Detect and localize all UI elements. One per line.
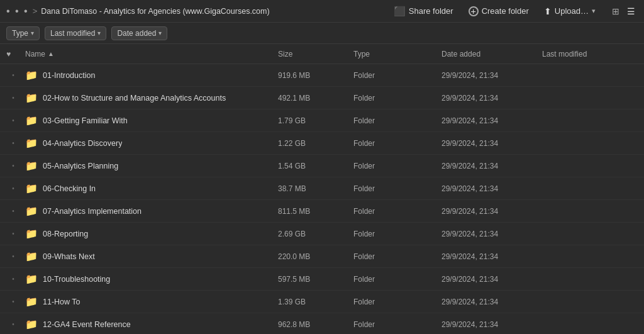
- share-folder-button[interactable]: ⬛ Share folder: [389, 3, 458, 19]
- file-size: 919.6 MB: [275, 71, 351, 80]
- favorite-dot[interactable]: •: [4, 117, 23, 124]
- favorite-dot[interactable]: •: [4, 208, 23, 214]
- share-folder-label: Share folder: [409, 6, 453, 16]
- table-row[interactable]: •📁02-How to Structure and Manage Analyti…: [0, 87, 644, 109]
- date-added-filter-label: Date added: [117, 29, 156, 38]
- view-toggle: ⊞ ☰: [609, 5, 638, 18]
- table-row[interactable]: •📁12-GA4 Event Reference962.8 MBFolder29…: [0, 313, 644, 334]
- upload-label: Upload…: [555, 6, 589, 16]
- date-added: 29/9/2024, 21:34: [439, 116, 540, 125]
- file-name-cell: 📁05-Analytics Planning: [23, 160, 275, 172]
- file-name: 04-Analytics Discovery: [43, 139, 122, 148]
- table-row[interactable]: •📁05-Analytics Planning1.54 GBFolder29/9…: [0, 155, 644, 177]
- table-row[interactable]: •📁03-Getting Familiar With1.79 GBFolder2…: [0, 109, 644, 132]
- file-name: 10-Troubleshooting: [43, 275, 110, 284]
- thumbnail-view-button[interactable]: ⊞: [609, 5, 622, 18]
- file-name: 08-Reporting: [43, 230, 88, 238]
- folder-icon: 📁: [25, 273, 38, 285]
- table-row[interactable]: •📁08-Reporting2.69 GBFolder29/9/2024, 21…: [0, 223, 644, 245]
- table-header: ♥ Name ▲ Size Type Date added Last modif…: [0, 44, 644, 64]
- file-name: 05-Analytics Planning: [43, 162, 118, 170]
- favorite-dot[interactable]: •: [4, 276, 23, 282]
- favorite-dot[interactable]: •: [4, 162, 23, 169]
- file-type: Folder: [351, 184, 439, 193]
- file-type: Folder: [351, 162, 439, 170]
- file-name-cell: 📁09-Whats Next: [23, 250, 275, 262]
- share-folder-icon: ⬛: [394, 6, 406, 17]
- file-name: 09-Whats Next: [43, 252, 95, 261]
- date-added-caret-icon: ▾: [158, 30, 162, 36]
- folder-icon: 📁: [25, 228, 38, 240]
- folder-icon: 📁: [25, 114, 38, 126]
- folder-icon: 📁: [25, 69, 38, 81]
- table-row[interactable]: •📁04-Analytics Discovery1.22 GBFolder29/…: [0, 132, 644, 155]
- file-name-cell: 📁04-Analytics Discovery: [23, 137, 275, 149]
- date-added: 29/9/2024, 21:34: [439, 230, 540, 238]
- file-name-cell: 📁12-GA4 Event Reference: [23, 318, 275, 330]
- type-filter-button[interactable]: Type ▾: [6, 26, 40, 40]
- favorite-dot[interactable]: •: [4, 185, 23, 192]
- date-added: 29/9/2024, 21:34: [439, 320, 540, 329]
- folder-icon: 📁: [25, 182, 38, 194]
- table-row[interactable]: •📁11-How To1.39 GBFolder29/9/2024, 21:34: [0, 291, 644, 313]
- file-name: 01-Introduction: [43, 71, 95, 80]
- last-modified-header[interactable]: Last modified: [540, 50, 640, 58]
- name-sort-icon: ▲: [48, 50, 54, 57]
- table-row[interactable]: •📁09-Whats Next220.0 MBFolder29/9/2024, …: [0, 245, 644, 268]
- file-size: 597.5 MB: [275, 275, 351, 284]
- file-size: 1.54 GB: [275, 162, 351, 170]
- table-row[interactable]: •📁07-Analytics Implementation811.5 MBFol…: [0, 200, 644, 223]
- file-size: 220.0 MB: [275, 252, 351, 261]
- date-added: 29/9/2024, 21:34: [439, 298, 540, 306]
- file-name-cell: 📁03-Getting Familiar With: [23, 114, 275, 126]
- folder-icon: 📁: [25, 296, 38, 308]
- file-size: 811.5 MB: [275, 207, 351, 216]
- folder-icon: 📁: [25, 137, 38, 149]
- file-size: 38.7 MB: [275, 184, 351, 193]
- file-name-cell: 📁11-How To: [23, 296, 275, 308]
- file-name-cell: 📁08-Reporting: [23, 228, 275, 240]
- last-modified-filter-button[interactable]: Last modified ▾: [45, 26, 106, 40]
- date-added: 29/9/2024, 21:34: [439, 71, 540, 80]
- file-type: Folder: [351, 207, 439, 216]
- favorite-dot[interactable]: •: [4, 321, 23, 328]
- table-row[interactable]: •📁01-Introduction919.6 MBFolder29/9/2024…: [0, 64, 644, 87]
- favorite-dot[interactable]: •: [4, 253, 23, 260]
- favorite-dot[interactable]: •: [4, 140, 23, 147]
- table-row[interactable]: •📁06-Checking In38.7 MBFolder29/9/2024, …: [0, 177, 644, 200]
- date-added-header[interactable]: Date added: [439, 50, 540, 58]
- size-header[interactable]: Size: [275, 50, 351, 58]
- favorite-dot[interactable]: •: [4, 298, 23, 305]
- more-options-icon[interactable]: • • •: [6, 6, 29, 17]
- type-filter-label: Type: [12, 29, 28, 38]
- folder-icon: 📁: [25, 318, 38, 330]
- date-added-filter-button[interactable]: Date added ▾: [111, 26, 167, 40]
- file-type: Folder: [351, 298, 439, 306]
- list-view-button[interactable]: ☰: [625, 5, 638, 18]
- file-list: •📁01-Introduction919.6 MBFolder29/9/2024…: [0, 64, 644, 334]
- create-folder-button[interactable]: + Create folder: [464, 4, 534, 19]
- folder-icon: 📁: [25, 92, 38, 104]
- file-type: Folder: [351, 275, 439, 284]
- file-name-cell: 📁10-Troubleshooting: [23, 273, 275, 285]
- upload-button[interactable]: ⬆ Upload… ▾: [539, 4, 601, 19]
- folder-icon: 📁: [25, 205, 38, 217]
- file-name-cell: 📁07-Analytics Implementation: [23, 205, 275, 217]
- date-added: 29/9/2024, 21:34: [439, 162, 540, 170]
- breadcrumb: Dana DiTomaso - Analytics for Agencies (…: [41, 7, 269, 16]
- type-header[interactable]: Type: [351, 50, 439, 58]
- breadcrumb-separator: >: [33, 6, 38, 16]
- file-type: Folder: [351, 320, 439, 329]
- file-size: 1.22 GB: [275, 139, 351, 148]
- favorite-dot[interactable]: •: [4, 230, 23, 237]
- file-type: Folder: [351, 71, 439, 80]
- file-name: 02-How to Structure and Manage Analytics…: [43, 94, 226, 103]
- top-bar: • • • > Dana DiTomaso - Analytics for Ag…: [0, 0, 644, 23]
- name-header[interactable]: Name ▲: [23, 50, 275, 58]
- favorite-dot[interactable]: •: [4, 72, 23, 79]
- date-added: 29/9/2024, 21:34: [439, 275, 540, 284]
- table-row[interactable]: •📁10-Troubleshooting597.5 MBFolder29/9/2…: [0, 268, 644, 291]
- favorite-dot[interactable]: •: [4, 94, 23, 101]
- file-name-cell: 📁01-Introduction: [23, 69, 275, 81]
- upload-caret-icon: ▾: [592, 7, 596, 15]
